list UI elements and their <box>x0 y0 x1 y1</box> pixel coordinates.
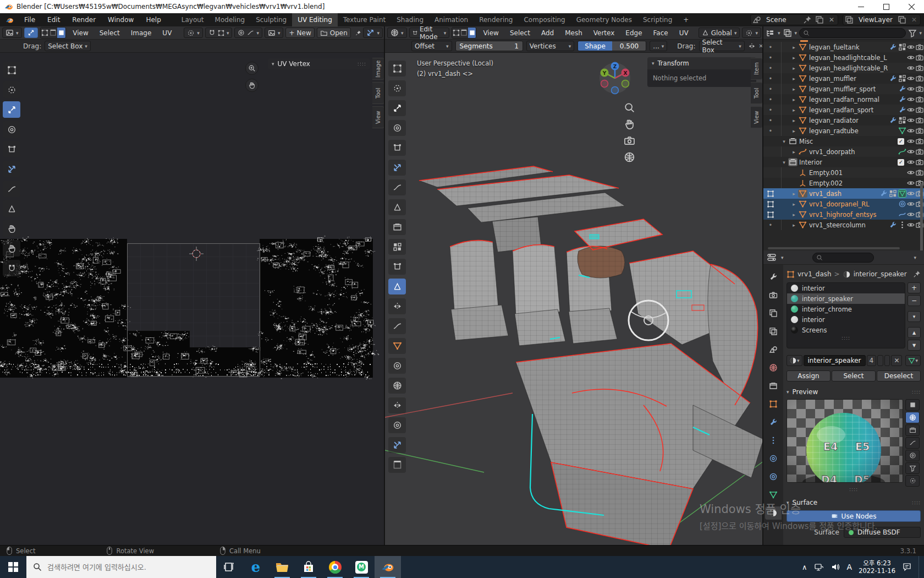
properties-tab-particles[interactable] <box>765 434 782 447</box>
outliner-row-vrv1_doorpanel_RL[interactable]: ▸vrv1_doorpanel_RL <box>763 199 924 209</box>
uv-canvas[interactable] <box>0 53 385 545</box>
copy-icon[interactable] <box>815 15 824 24</box>
preview-mode-fluid[interactable] <box>905 475 920 487</box>
properties-tab-physics[interactable] <box>765 452 782 465</box>
surface-panel-header[interactable]: ▾Surface :::: <box>787 498 921 508</box>
outliner-row-Interior[interactable]: ▾Interior✓ <box>763 157 924 167</box>
more-options-dropdown[interactable]: ...▾ <box>650 41 667 51</box>
users-count-button[interactable]: 4 <box>867 355 877 366</box>
viewport-menu-vertex[interactable]: Vertex <box>589 29 619 37</box>
uv-select-mode-face[interactable] <box>57 28 65 38</box>
mesh-link-dropdown[interactable]: ▾ <box>905 355 921 366</box>
start-button[interactable] <box>0 556 26 578</box>
workspace-tab-geometry-nodes[interactable]: Geometry Nodes <box>571 13 637 26</box>
preview-mode-sphere[interactable] <box>905 412 920 423</box>
workspace-tab-sculpting[interactable]: Sculpting <box>250 13 292 26</box>
expander-icon[interactable]: ▸ <box>790 212 798 217</box>
viewport-sidebar-tab-view[interactable]: View <box>751 106 763 128</box>
mesh-select-mode-face[interactable] <box>468 28 476 38</box>
taskbar-app-chrome[interactable] <box>322 556 348 578</box>
viewport-menu-face[interactable]: Face <box>649 29 673 37</box>
bevel-segments-field[interactable]: Segments1 <box>455 41 523 51</box>
use-nodes-button[interactable]: Use Nodes <box>787 510 921 522</box>
mesh-select-mode-vertex[interactable] <box>452 28 460 38</box>
outliner-row-legvan_radtube[interactable]: •▸legvan_radtube <box>763 126 924 136</box>
disable-render-camera-icon[interactable] <box>915 127 924 135</box>
disable-render-camera-icon[interactable] <box>915 43 924 51</box>
uv-tool-measure[interactable] <box>3 200 20 217</box>
display-mode-icon[interactable] <box>766 29 776 37</box>
outliner-row-legvan_fueltank[interactable]: •▸legvan_fueltank <box>763 42 924 52</box>
viewport-menu-uv[interactable]: UV <box>675 29 693 37</box>
disable-render-camera-icon[interactable] <box>915 158 924 166</box>
properties-editor-icon[interactable] <box>767 253 778 262</box>
expander-icon[interactable]: ▾ <box>780 160 788 165</box>
deselect-button[interactable]: Deselect <box>877 370 921 381</box>
workspace-tab-animation[interactable]: Animation <box>429 13 474 26</box>
hide-eye-icon[interactable] <box>906 95 915 103</box>
workspace-tab-compositing[interactable]: Compositing <box>518 13 570 26</box>
taskbar-app-task-view[interactable] <box>216 556 243 578</box>
hide-eye-icon[interactable] <box>906 179 915 187</box>
hide-eye-icon[interactable] <box>906 85 915 93</box>
orientation-dropdown[interactable]: Global▾ <box>698 28 740 38</box>
hide-eye-icon[interactable] <box>906 116 915 124</box>
breadcrumb-material[interactable]: interior_speaker <box>854 270 907 278</box>
expander-icon[interactable]: ▸ <box>790 45 798 50</box>
expander-icon[interactable]: ▸ <box>790 222 798 228</box>
uv-sidebar-tab-image[interactable]: Image <box>372 58 384 80</box>
workspace-tab-scripting[interactable]: Scripting <box>637 13 678 26</box>
viewport-tool-transform[interactable] <box>388 160 406 176</box>
uv-sidebar-tab-tool[interactable]: Tool <box>372 82 384 104</box>
menu-file[interactable]: File <box>18 13 41 26</box>
menu-help[interactable]: Help <box>140 13 167 26</box>
uv-menu-image[interactable]: Image <box>127 29 156 37</box>
viewport-tool-knife[interactable] <box>388 318 406 334</box>
uv-tool-grab[interactable] <box>3 220 20 237</box>
expander-icon[interactable]: ▸ <box>790 107 798 113</box>
outliner-row-vrv1_highroof_entsys[interactable]: ▸vrv1_highroof_entsys <box>763 209 924 220</box>
expander-icon[interactable]: ▸ <box>790 128 798 134</box>
expander-icon[interactable]: ▸ <box>790 149 798 155</box>
outliner-row-legvan_radfan_normal[interactable]: •▸legvan_radfan_normal <box>763 94 924 105</box>
hide-eye-icon[interactable] <box>906 148 915 156</box>
open-image-button[interactable]: Open <box>317 28 351 38</box>
outliner-row-legvan_radfan_sport[interactable]: •▸legvan_radfan_sport <box>763 105 924 115</box>
fake-user-shield-icon[interactable] <box>877 355 883 366</box>
expander-icon[interactable]: ▸ <box>790 66 798 71</box>
hide-eye-icon[interactable] <box>906 53 915 62</box>
workspace-tab-rendering[interactable]: Rendering <box>474 13 518 26</box>
material-slot-interior_chrome[interactable]: interior_chrome <box>787 304 905 314</box>
viewport-tool-measure[interactable] <box>388 199 406 215</box>
workspace-tab-layout[interactable]: Layout <box>176 13 210 26</box>
scene-selector[interactable]: Scene ✕ <box>750 14 838 25</box>
uv-sidebar-tab-view[interactable]: View <box>372 106 384 128</box>
expander-icon[interactable]: ▸ <box>790 191 798 197</box>
properties-tab-view-layer[interactable] <box>765 325 782 338</box>
uv-gizmos-toggle[interactable]: ▾ <box>363 28 383 38</box>
show-desktop-button[interactable] <box>919 556 922 578</box>
disable-render-camera-icon[interactable] <box>915 106 924 114</box>
hide-eye-icon[interactable] <box>906 158 915 166</box>
zoom-in-button[interactable] <box>245 62 258 75</box>
minimize-button[interactable] <box>848 0 873 13</box>
viewport-tool-cursor[interactable] <box>388 80 406 96</box>
taskbar-search-input[interactable] <box>47 563 196 571</box>
ime-indicator[interactable]: A <box>847 563 853 571</box>
surface-shader-dropdown[interactable]: Diffuse BSDF <box>844 527 921 538</box>
close-button[interactable] <box>899 0 924 13</box>
add-slot-button[interactable]: + <box>908 282 921 293</box>
expander-icon[interactable]: ▸ <box>790 86 798 92</box>
bevel-offset-type-dropdown[interactable]: Offset▾ <box>411 41 452 51</box>
copy-icon[interactable] <box>898 15 906 24</box>
viewport-pivot-dropdown[interactable]: ▾ <box>742 28 761 38</box>
hide-eye-icon[interactable] <box>906 106 915 114</box>
material-slot-interior[interactable]: interior <box>787 314 905 325</box>
viewport-tool-shrink-fatten[interactable] <box>388 417 406 433</box>
select-button[interactable]: Select <box>832 370 876 381</box>
uv-sync-selection-toggle[interactable] <box>24 28 38 38</box>
uv-proportional-edit-dropdown[interactable]: ▾ <box>234 28 262 38</box>
properties-tab-modifiers[interactable] <box>765 416 782 429</box>
outliner-search-input[interactable] <box>799 28 906 38</box>
disable-render-camera-icon[interactable] <box>915 137 924 145</box>
